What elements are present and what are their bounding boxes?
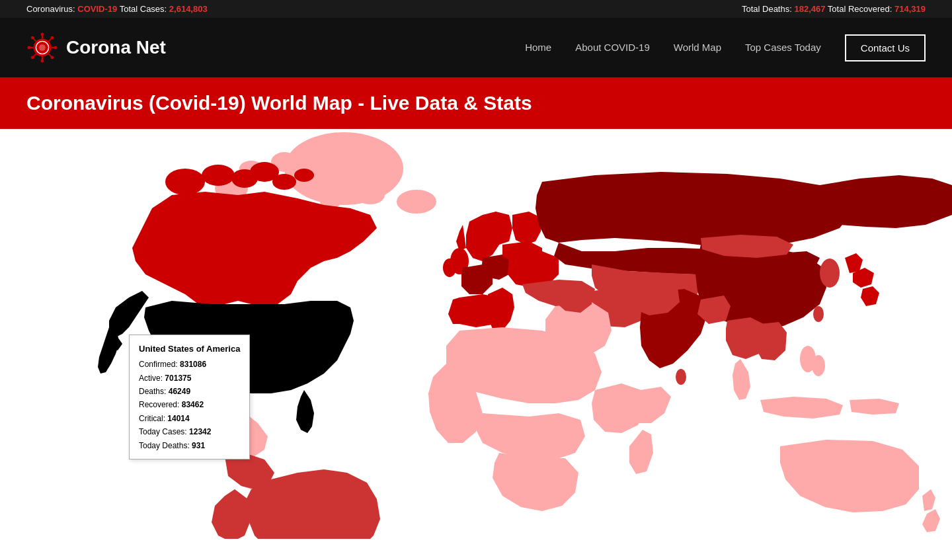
svg-point-38 [397, 190, 436, 214]
svg-point-44 [812, 355, 825, 376]
svg-point-10 [54, 46, 58, 50]
today-deaths-label: Today Deaths: [139, 441, 192, 450]
svg-point-4 [41, 32, 44, 36]
svg-point-36 [213, 197, 237, 213]
total-cases-label: Total Cases: [120, 4, 169, 14]
total-recovered-label: Total Recovered: [828, 4, 894, 14]
svg-point-14 [50, 36, 54, 40]
svg-point-37 [241, 202, 261, 215]
total-deaths-value: 182,467 [794, 4, 825, 14]
svg-line-15 [34, 54, 36, 57]
svg-point-18 [50, 56, 54, 59]
svg-line-17 [49, 54, 52, 57]
nav-links: Home About COVID-19 World Map Top Cases … [525, 34, 926, 61]
tooltip-deaths: Deaths: 46249 [139, 385, 240, 398]
nav-home[interactable]: Home [525, 42, 551, 53]
svg-point-35 [294, 169, 314, 182]
svg-point-41 [676, 369, 686, 385]
svg-point-26 [352, 141, 376, 157]
svg-point-42 [820, 259, 840, 288]
active-value: 701375 [165, 374, 191, 383]
svg-point-12 [31, 36, 34, 40]
nav-about[interactable]: About COVID-19 [575, 42, 650, 53]
today-cases-value: 12342 [189, 427, 211, 436]
tooltip-recovered: Recovered: 83462 [139, 398, 240, 411]
svg-point-25 [303, 146, 332, 165]
logo[interactable]: Corona Net [26, 32, 166, 63]
navbar: Corona Net Home About COVID-19 World Map… [0, 18, 952, 77]
svg-point-40 [443, 259, 456, 277]
svg-line-11 [34, 39, 36, 42]
tooltip-confirmed: Confirmed: 831086 [139, 358, 240, 371]
total-cases-value: 2,614,803 [169, 4, 208, 14]
deaths-value: 46249 [169, 387, 190, 396]
today-deaths-value: 931 [192, 441, 205, 450]
country-tooltip: United States of America Confirmed: 8310… [129, 335, 250, 460]
critical-label: Critical: [139, 414, 167, 423]
recovered-label: Recovered: [139, 400, 182, 409]
svg-point-31 [202, 165, 235, 186]
world-map-svg[interactable] [0, 129, 952, 539]
nav-topcases[interactable]: Top Cases Today [745, 42, 821, 53]
svg-point-2 [39, 44, 46, 51]
tooltip-today-cases: Today Cases: 12342 [139, 425, 240, 438]
svg-line-13 [49, 39, 52, 42]
logo-text: Corona Net [66, 37, 166, 58]
nav-worldmap[interactable]: World Map [674, 42, 721, 53]
tooltip-today-deaths: Today Deaths: 931 [139, 439, 240, 452]
coronavirus-label: Coronavirus: [26, 4, 77, 14]
svg-point-27 [379, 154, 401, 170]
right-stats: Total Deaths: 182,467 Total Recovered: 7… [742, 4, 926, 14]
virus-icon [26, 32, 58, 63]
deaths-label: Deaths: [139, 387, 169, 396]
stats-bar: Coronavirus: COVID-19 Total Cases: 2,614… [0, 0, 952, 18]
total-recovered-value: 714,319 [894, 4, 926, 14]
svg-point-45 [813, 306, 824, 322]
today-cases-label: Today Cases: [139, 427, 189, 436]
critical-value: 14014 [167, 414, 189, 423]
banner: Coronavirus (Covid-19) World Map - Live … [0, 77, 952, 129]
covid-label: COVID-19 [77, 4, 117, 14]
banner-title: Coronavirus (Covid-19) World Map - Live … [26, 92, 926, 114]
svg-point-34 [272, 174, 296, 190]
svg-point-16 [31, 56, 34, 59]
recovered-value: 83462 [182, 400, 204, 409]
map-container: United States of America Confirmed: 8310… [0, 129, 952, 539]
svg-point-28 [356, 186, 385, 204]
tooltip-critical: Critical: 14014 [139, 412, 240, 425]
active-label: Active: [139, 374, 165, 383]
contact-button[interactable]: Contact Us [845, 34, 926, 61]
svg-point-30 [165, 169, 205, 195]
confirmed-value: 831086 [180, 360, 206, 369]
svg-point-6 [41, 60, 44, 63]
tooltip-active: Active: 701375 [139, 372, 240, 385]
left-stats: Coronavirus: COVID-19 Total Cases: 2,614… [26, 4, 208, 14]
tooltip-country: United States of America [139, 342, 240, 356]
total-deaths-label: Total Deaths: [742, 4, 795, 14]
svg-point-8 [27, 46, 30, 50]
confirmed-label: Confirmed: [139, 360, 180, 369]
